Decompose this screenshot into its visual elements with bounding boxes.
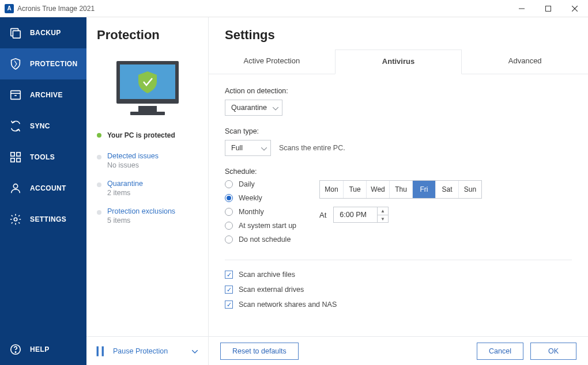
sidebar-item-label: ACCOUNT <box>30 184 66 192</box>
time-up-button[interactable]: ▲ <box>378 207 388 215</box>
day-tue[interactable]: Tue <box>343 181 366 198</box>
day-sun[interactable]: Sun <box>458 181 481 198</box>
bullet-icon <box>97 182 101 187</box>
sidebar-item-protection[interactable]: PROTECTION <box>0 48 86 79</box>
tabs: Active Protection Antivirus Advanced <box>209 50 588 74</box>
pause-icon: ▎▎ <box>97 347 107 356</box>
action-value: Quarantine <box>231 104 267 112</box>
action-select[interactable]: Quarantine <box>225 100 282 116</box>
tools-icon <box>9 151 22 164</box>
status-row: Your PC is protected <box>86 131 208 152</box>
time-value: 6:00 PM <box>334 211 377 219</box>
minimize-button[interactable] <box>508 0 535 17</box>
shield-icon <box>9 58 22 70</box>
radio-icon <box>225 235 233 244</box>
checkbox-scan-external-drives[interactable]: ✓Scan external drives <box>225 286 572 294</box>
svg-point-16 <box>15 352 16 352</box>
archive-icon <box>9 89 22 101</box>
sidebar-item-label: SETTINGS <box>30 215 66 223</box>
panel-title: Protection <box>86 17 208 43</box>
link-quarantine[interactable]: Quarantine <box>107 180 143 188</box>
settings-content: Settings Active Protection Antivirus Adv… <box>209 17 588 365</box>
day-thu[interactable]: Thu <box>389 181 412 198</box>
check-icon: ✓ <box>225 286 233 294</box>
check-label: Scan network shares and NAS <box>239 301 337 309</box>
svg-rect-12 <box>17 158 20 162</box>
svg-point-14 <box>14 218 17 221</box>
radio-weekly[interactable]: Weekly <box>225 194 296 202</box>
sidebar-item-label: PROTECTION <box>30 60 78 68</box>
panel-link-exclusions: Protection exclusions 5 items <box>86 207 208 235</box>
sidebar-item-backup[interactable]: BACKUP <box>0 17 86 48</box>
link-sub: No issues <box>107 161 159 169</box>
radio-daily[interactable]: Daily <box>225 180 296 188</box>
window-buttons <box>508 0 588 17</box>
sidebar-item-settings[interactable]: SETTINGS <box>0 204 86 235</box>
check-icon: ✓ <box>225 301 233 309</box>
days-picker: MonTueWedThuFriSatSun <box>319 180 482 199</box>
status-text: Your PC is protected <box>107 131 175 139</box>
svg-rect-1 <box>546 6 551 11</box>
sidebar-item-help[interactable]: HELP <box>0 334 86 365</box>
reset-button[interactable]: Reset to defaults <box>220 343 299 360</box>
day-fri[interactable]: Fri <box>412 181 435 198</box>
sidebar-item-label: BACKUP <box>30 29 61 37</box>
link-exclusions[interactable]: Protection exclusions <box>107 207 175 215</box>
day-mon[interactable]: Mon <box>320 181 343 198</box>
tab-advanced[interactable]: Advanced <box>462 50 588 74</box>
account-icon <box>9 182 22 195</box>
svg-point-13 <box>13 184 17 188</box>
scan-type-hint: Scans the entire PC. <box>279 144 345 152</box>
sidebar-item-sync[interactable]: SYNC <box>0 111 86 142</box>
radio-label: At system start up <box>239 222 296 230</box>
radio-monthly[interactable]: Monthly <box>225 208 296 216</box>
radio-do-not-schedule[interactable]: Do not schedule <box>225 235 296 244</box>
close-button[interactable] <box>561 0 588 17</box>
sync-icon <box>9 120 22 132</box>
checkbox-scan-archive-files[interactable]: ✓Scan archive files <box>225 271 572 279</box>
scan-type-select[interactable]: Full <box>225 140 271 156</box>
bullet-icon <box>97 155 101 159</box>
ok-button[interactable]: OK <box>530 343 576 360</box>
chevron-down-icon <box>261 145 267 153</box>
link-detected-issues[interactable]: Detected issues <box>107 152 159 160</box>
chevron-down-icon <box>192 347 198 355</box>
gear-icon <box>9 213 22 226</box>
app-logo-icon: A <box>5 4 14 13</box>
svg-rect-11 <box>11 158 14 162</box>
app-title: Acronis True Image 2021 <box>17 5 95 13</box>
title-bar-left: A Acronis True Image 2021 <box>5 4 95 13</box>
svg-rect-19 <box>138 106 157 112</box>
radio-icon <box>225 180 233 188</box>
time-input[interactable]: 6:00 PM ▲ ▼ <box>333 207 389 223</box>
sidebar-item-archive[interactable]: ARCHIVE <box>0 79 86 111</box>
footer: Reset to defaults Cancel OK <box>209 336 588 365</box>
svg-rect-20 <box>130 112 165 115</box>
cancel-button[interactable]: Cancel <box>477 343 523 360</box>
protection-panel: Protection Your PC is protected Detected… <box>86 17 209 365</box>
day-sat[interactable]: Sat <box>435 181 458 198</box>
check-label: Scan archive files <box>239 271 295 279</box>
sidebar: BACKUP PROTECTION ARCHIVE SYNC TOOLS <box>0 17 86 365</box>
day-wed[interactable]: Wed <box>366 181 389 198</box>
radio-label: Daily <box>239 180 255 188</box>
sidebar-item-tools[interactable]: TOOLS <box>0 142 86 173</box>
sidebar-item-label: HELP <box>30 345 50 353</box>
tab-active-protection[interactable]: Active Protection <box>209 50 335 74</box>
radio-label: Weekly <box>239 194 262 202</box>
radio-icon <box>225 222 233 230</box>
time-down-button[interactable]: ▼ <box>378 215 388 223</box>
scan-type-value: Full <box>231 144 243 152</box>
schedule-label: Schedule: <box>225 168 572 176</box>
check-icon: ✓ <box>225 271 233 279</box>
sidebar-item-label: TOOLS <box>30 153 55 161</box>
tab-antivirus[interactable]: Antivirus <box>335 50 462 74</box>
link-sub: 5 items <box>107 216 175 225</box>
svg-rect-9 <box>11 153 14 156</box>
pause-protection-button[interactable]: ▎▎ Pause Protection <box>86 336 208 365</box>
maximize-button[interactable] <box>535 0 561 17</box>
sidebar-item-account[interactable]: ACCOUNT <box>0 173 86 204</box>
radio-at-system-start-up[interactable]: At system start up <box>225 222 296 230</box>
checkbox-scan-network-shares-and-nas[interactable]: ✓Scan network shares and NAS <box>225 301 572 309</box>
link-sub: 2 items <box>107 189 143 197</box>
